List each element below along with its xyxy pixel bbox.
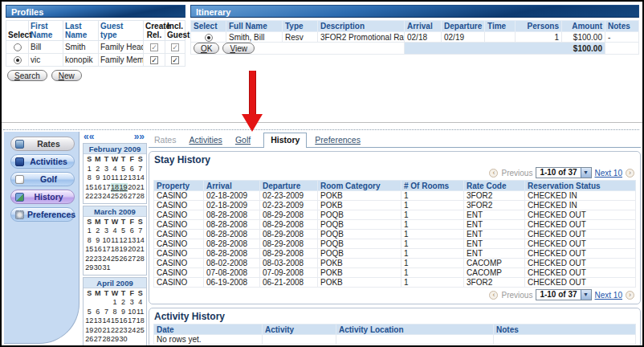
stay-history-row[interactable]: CASINO08-28-200808-29-2008POQB1ENTCHECKE… (154, 210, 636, 220)
calendar-day[interactable]: 5 (85, 308, 94, 317)
itinerary-col-departure[interactable]: Departure (442, 21, 485, 32)
stay-history-row[interactable]: CASINO08-28-200808-29-2008POQB1ENTCHECKE… (154, 220, 636, 230)
calendar-day[interactable]: 4 (111, 227, 120, 236)
stay-history-row[interactable]: CASINO08-28-200808-29-2008POQB1ENTCHECKE… (154, 239, 636, 249)
calendar-day[interactable]: 26 (119, 192, 128, 202)
profiles-row[interactable]: vic konopik Family Member (6, 54, 185, 67)
dropdown-arrow-icon[interactable]: ▼ (581, 290, 591, 300)
col-arrival[interactable]: Arrival (204, 181, 260, 191)
calendar-day[interactable]: 12 (85, 316, 94, 326)
calendar-day[interactable]: 3 (102, 227, 111, 236)
calendar-day[interactable]: 13 (94, 316, 103, 326)
calendar-day[interactable]: 16 (94, 245, 103, 255)
incl-guest-checkbox[interactable] (171, 56, 179, 64)
page-range-select[interactable]: 1-10 of 37 ▼ (536, 289, 591, 300)
calendar-day[interactable]: 24 (102, 192, 111, 202)
itinerary-row[interactable]: Smith, Bill Resv 3FOR2 Promotional Rate … (191, 32, 639, 43)
calendar-day[interactable]: 22 (85, 192, 94, 202)
calendar-day[interactable]: 1 (111, 298, 120, 308)
calendar-day[interactable]: 19 (119, 245, 128, 255)
calendar-day[interactable]: 9 (94, 236, 103, 246)
calendar-day[interactable]: 7 (136, 227, 145, 236)
calendar-day[interactable]: 17 (128, 316, 137, 326)
stay-history-row[interactable]: CASINO08-02-200808-03-2008POKB1CACOMPCHE… (154, 259, 636, 268)
calendar-day[interactable]: 26 (119, 255, 128, 264)
ok-button[interactable]: OK (194, 43, 219, 54)
calendar-day[interactable]: 27 (128, 192, 137, 202)
sidebar-item-golf[interactable]: Golf (10, 172, 75, 186)
calendar-day[interactable]: 27 (128, 255, 137, 264)
stay-history-row[interactable]: CASINO02-18-200902-23-2009POKB13FOR2CHEC… (154, 191, 636, 201)
calendar-back-button[interactable]: «« (84, 133, 94, 142)
new-button[interactable]: New (51, 70, 82, 81)
profiles-col-guest-type[interactable]: Guest type (99, 21, 144, 41)
calendar-day[interactable]: 18 (136, 316, 145, 326)
calendar-day[interactable]: 7 (102, 308, 111, 317)
calendar-day[interactable]: 13 (128, 236, 137, 246)
itinerary-col-notes[interactable]: Notes (605, 21, 639, 32)
calendar-day[interactable]: 20 (128, 245, 137, 255)
calendar-day[interactable]: 11 (111, 236, 120, 246)
itinerary-col-arrival[interactable]: Arrival (405, 21, 442, 32)
tab-preferences[interactable]: Preferences (315, 133, 361, 147)
calendar-day[interactable]: 9 (119, 308, 128, 317)
calendar-forward-button[interactable]: »» (134, 133, 145, 142)
calendar-day[interactable]: 4 (111, 165, 120, 174)
calendar-day[interactable]: 22 (85, 255, 94, 264)
calendar-day[interactable]: 14 (136, 174, 145, 183)
sidebar-item-history[interactable]: History (10, 190, 75, 204)
calendar-day[interactable]: 16 (94, 183, 103, 193)
calendar-day[interactable]: 23 (94, 255, 103, 264)
next-10-link[interactable]: Next 10 (595, 169, 622, 178)
calendar-day[interactable]: 15 (85, 245, 94, 255)
calendar-day[interactable]: 10 (102, 174, 111, 183)
col-activity[interactable]: Activity (263, 325, 336, 335)
calendar-day[interactable]: 3 (128, 298, 137, 308)
calendar-day[interactable]: 5 (119, 227, 128, 236)
col-room-category[interactable]: Room Category (318, 181, 401, 191)
calendar-day[interactable]: 18 (111, 245, 120, 255)
calendar-day[interactable]: 30 (119, 335, 128, 345)
calendar-day[interactable]: 5 (119, 165, 128, 174)
col-property[interactable]: Property (154, 181, 204, 191)
calendar-day[interactable]: 25 (111, 192, 120, 202)
calendar-day[interactable]: 26 (85, 335, 94, 345)
next-icon[interactable]: › (626, 169, 634, 178)
calendar-day[interactable]: 17 (102, 183, 111, 193)
profile-select-radio[interactable] (14, 43, 22, 51)
next-10-link[interactable]: Next 10 (595, 291, 622, 300)
calendar-day[interactable]: 17 (102, 245, 111, 255)
calendar-day[interactable]: 18 (111, 183, 120, 193)
calendar-day[interactable]: 16 (119, 316, 128, 326)
calendar-day[interactable]: 2 (94, 227, 103, 236)
calendar-day[interactable]: 2 (94, 165, 103, 174)
calendar-day[interactable]: 20 (94, 326, 103, 336)
calendar-day[interactable]: 8 (111, 308, 120, 317)
calendar-day[interactable]: 3 (102, 165, 111, 174)
calendar-day[interactable]: 1 (85, 227, 94, 236)
profile-select-radio[interactable] (14, 56, 22, 64)
calendar-day[interactable]: 25 (111, 255, 120, 264)
calendar-day[interactable]: 4 (136, 298, 145, 308)
calendar-day[interactable]: 28 (136, 255, 145, 264)
profiles-row[interactable]: Bill Smith Family Head (6, 41, 185, 54)
view-button[interactable]: View (222, 43, 255, 54)
calendar-day[interactable]: 21 (136, 183, 145, 193)
itinerary-col-description[interactable]: Description (318, 21, 405, 32)
calendar-day[interactable]: 6 (128, 165, 137, 174)
search-button[interactable]: Search (7, 70, 47, 81)
calendar-day[interactable]: 12 (119, 236, 128, 246)
previous-icon[interactable]: ‹ (489, 291, 498, 300)
calendar-day[interactable]: 28 (102, 335, 111, 345)
itinerary-col-persons[interactable]: Persons (516, 21, 562, 32)
col-notes[interactable]: Notes (494, 325, 636, 335)
calendar-day[interactable]: 14 (102, 316, 111, 326)
stay-history-row[interactable]: CASINO08-28-200808-29-2008POQB1ENTCHECKE… (154, 230, 636, 239)
calendar-day[interactable]: 15 (111, 316, 120, 326)
calendar-day[interactable]: 9 (94, 174, 103, 183)
sidebar-item-activities[interactable]: Activities (10, 154, 75, 169)
tab-golf[interactable]: Golf (235, 133, 251, 147)
calendar-day[interactable]: 28 (136, 192, 145, 202)
create-rel-checkbox[interactable] (150, 56, 158, 64)
calendar-day[interactable]: 10 (102, 236, 111, 246)
